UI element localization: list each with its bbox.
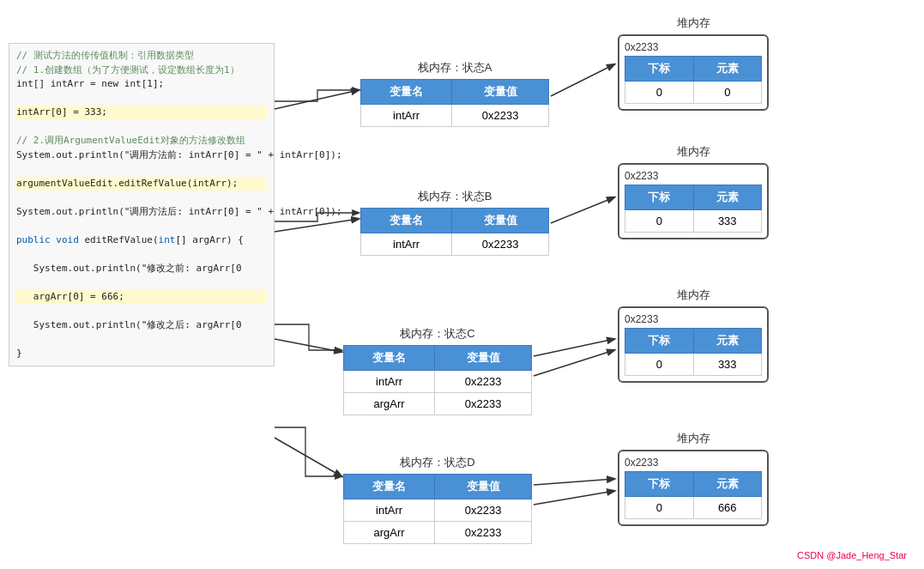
code-line-20: System.out.println("修改之后: argArr[0 [16, 318, 267, 333]
heap-addr-b: 0x2233 [625, 170, 762, 182]
heap-section-a: 堆内存 0x2233 下标 元素 0 0 [618, 15, 769, 111]
heap-col-element-d: 元素 [693, 472, 762, 497]
code-line-16: System.out.println("修改之前: argArr[0 [16, 262, 267, 276]
heap-table-b: 下标 元素 0 333 [625, 185, 762, 233]
stack-col-varname-b: 变量名 [361, 209, 452, 233]
code-line-11 [16, 191, 267, 205]
stack-table-a: 变量名 变量值 intArr 0x2233 [360, 79, 549, 127]
arrow-stack-c-argarr-to-heap-c [534, 350, 614, 376]
stack-cell-a-1-value: 0x2233 [452, 105, 549, 127]
heap-table-d: 下标 元素 0 666 [625, 471, 762, 519]
stack-col-varvalue-a: 变量值 [452, 80, 549, 105]
stack-section-d: 栈内存：状态D 变量名 变量值 intArr 0x2233 argArr 0x2… [343, 455, 532, 544]
stack-cell-c-1-name: intArr [344, 371, 435, 393]
heap-outer-a: 0x2233 下标 元素 0 0 [618, 34, 769, 111]
stack-row-c-1: intArr 0x2233 [344, 371, 532, 393]
heap-col-element-b: 元素 [693, 185, 762, 210]
code-line-6 [16, 120, 267, 135]
heap-col-index-a: 下标 [625, 57, 694, 82]
heap-outer-d: 0x2233 下标 元素 0 666 [618, 450, 769, 526]
stack-title-a: 栈内存：状态A [360, 60, 549, 76]
heap-addr-d: 0x2233 [625, 457, 762, 469]
stack-cell-b-1-value: 0x2233 [452, 233, 549, 256]
heap-col-element-c: 元素 [693, 329, 762, 354]
stack-cell-d-1-name: intArr [344, 499, 435, 522]
stack-section-b: 栈内存：状态B 变量名 变量值 intArr 0x2233 [360, 189, 549, 256]
code-line-4 [16, 92, 267, 106]
heap-addr-c: 0x2233 [625, 313, 762, 325]
stack-col-varvalue-d: 变量值 [435, 475, 532, 499]
arrow-code-to-stack-c [275, 339, 341, 352]
heap-col-element-a: 元素 [693, 57, 762, 82]
heap-title-b: 堆内存 [618, 144, 769, 160]
stack-cell-d-2-value: 0x2233 [435, 522, 532, 544]
stack-title-c: 栈内存：状态C [343, 326, 532, 342]
heap-title-d: 堆内存 [618, 431, 769, 446]
stack-row-b-1: intArr 0x2233 [361, 233, 549, 256]
code-panel: // 测试方法的传传值机制：引用数据类型 // 1.创建数组（为了方便测试，设定… [9, 43, 275, 366]
code-line-15 [16, 247, 267, 262]
code-line-8: System.out.println("调用方法前: intArr[0] = "… [16, 148, 267, 163]
code-line-17 [16, 275, 267, 290]
code-line-22: } [16, 347, 267, 361]
code-line-2: // 1.创建数组（为了方便测试，设定数组长度为1） [16, 64, 267, 78]
stack-cell-c-1-value: 0x2233 [435, 371, 532, 393]
arrow-code-to-stack-d [275, 438, 341, 476]
arrow-code-to-stack-b [275, 219, 359, 232]
heap-cell-b-1-element: 333 [693, 210, 762, 233]
stack-row-c-2: argArr 0x2233 [344, 393, 532, 415]
code-line-7: // 2.调用ArgumentValueEdit对象的方法修改数组 [16, 134, 267, 148]
arrow-stack-d-argarr-to-heap-d [534, 491, 614, 505]
heap-row-b-1: 0 333 [625, 210, 762, 233]
code-line-21 [16, 332, 267, 347]
code-line-19 [16, 304, 267, 318]
code-line-3: int[] intArr = new int[1]; [16, 77, 267, 92]
heap-col-index-d: 下标 [625, 472, 694, 497]
heap-cell-c-1-element: 333 [693, 354, 762, 376]
heap-cell-a-1-element: 0 [693, 82, 762, 104]
arrow-stack-c-intarr-to-heap-c [534, 339, 614, 356]
heap-row-c-1: 0 333 [625, 354, 762, 376]
heap-table-a: 下标 元素 0 0 [625, 56, 762, 104]
code-line-14: public void editRefValue(int[] argArr) { [16, 233, 267, 248]
heap-cell-d-1-element: 666 [693, 497, 762, 519]
code-line-5: intArr[0] = 333; [16, 106, 267, 120]
heap-section-b: 堆内存 0x2233 下标 元素 0 333 [618, 144, 769, 239]
heap-section-c: 堆内存 0x2233 下标 元素 0 333 [618, 288, 769, 383]
stack-cell-b-1-name: intArr [361, 233, 452, 256]
stack-title-d: 栈内存：状态D [343, 455, 532, 470]
stack-col-varvalue-b: 变量值 [452, 209, 549, 233]
code-line-13 [16, 219, 267, 233]
stack-table-d: 变量名 变量值 intArr 0x2233 argArr 0x2233 [343, 474, 532, 544]
stack-table-b: 变量名 变量值 intArr 0x2233 [360, 208, 549, 256]
heap-outer-b: 0x2233 下标 元素 0 333 [618, 163, 769, 239]
heap-addr-a: 0x2233 [625, 41, 762, 53]
stack-section-a: 栈内存：状态A 变量名 变量值 intArr 0x2233 [360, 60, 549, 127]
heap-row-d-1: 0 666 [625, 497, 762, 519]
watermark: CSDN @Jade_Heng_Star [797, 550, 907, 560]
stack-cell-c-2-value: 0x2233 [435, 393, 532, 415]
stack-col-varvalue-c: 变量值 [435, 346, 532, 371]
polyline-c [275, 324, 341, 350]
heap-col-index-b: 下标 [625, 185, 694, 210]
code-line-12: System.out.println("调用方法后: intArr[0] = "… [16, 205, 267, 220]
code-line-18: argArr[0] = 666; [16, 290, 267, 305]
heap-cell-d-1-index: 0 [625, 497, 694, 519]
stack-row-a-1: intArr 0x2233 [361, 105, 549, 127]
arrow-stack-d-intarr-to-heap-d [534, 479, 614, 485]
polyline-d [275, 427, 341, 476]
stack-row-d-2: argArr 0x2233 [344, 522, 532, 544]
polyline-a [275, 90, 359, 101]
stack-section-c: 栈内存：状态C 变量名 变量值 intArr 0x2233 argArr 0x2… [343, 326, 532, 415]
stack-row-d-1: intArr 0x2233 [344, 499, 532, 522]
stack-col-varname-c: 变量名 [344, 346, 435, 371]
stack-cell-d-1-value: 0x2233 [435, 499, 532, 522]
stack-col-varname-a: 变量名 [361, 80, 452, 105]
stack-col-varname-d: 变量名 [344, 475, 435, 499]
stack-title-b: 栈内存：状态B [360, 189, 549, 204]
code-line-10: argumentValueEdit.editRefValue(intArr); [16, 177, 267, 191]
heap-title-a: 堆内存 [618, 15, 769, 31]
code-line-1: // 测试方法的传传值机制：引用数据类型 [16, 49, 267, 64]
stack-table-c: 变量名 变量值 intArr 0x2233 argArr 0x2233 [343, 345, 532, 415]
heap-outer-c: 0x2233 下标 元素 0 333 [618, 306, 769, 383]
